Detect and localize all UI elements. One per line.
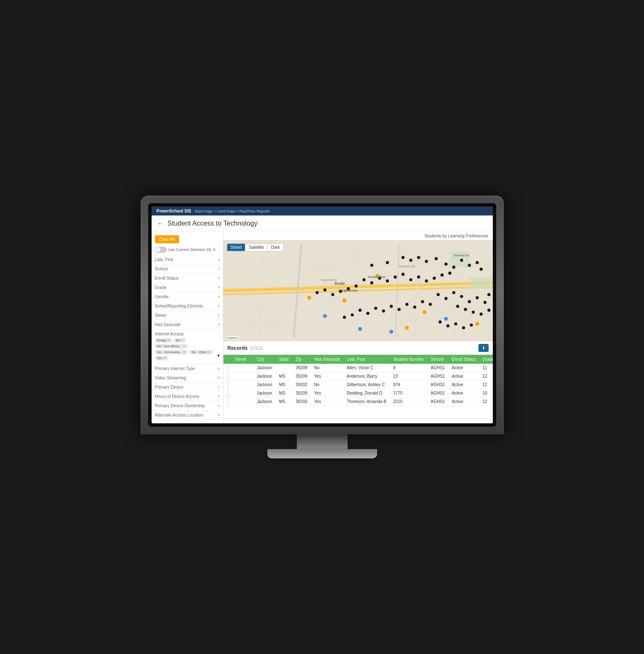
- chevron-down-icon: ▾: [218, 267, 220, 271]
- filter-school[interactable]: School ▾: [155, 264, 220, 274]
- filter-street[interactable]: Street ▾: [155, 311, 220, 320]
- clear-all-button[interactable]: Clear All: [155, 235, 179, 243]
- filter-primary-device-ownership[interactable]: Primary Device Ownership ▾: [155, 401, 220, 411]
- th-enroll-status[interactable]: Enroll Status: [448, 355, 479, 364]
- th-has-geocode[interactable]: Has Geocode: [311, 355, 343, 364]
- cell-has-geocode: Yes: [311, 398, 343, 406]
- filter-label-last-first: Last, First: [155, 257, 174, 262]
- th-student-number[interactable]: Student Number: [390, 355, 427, 364]
- cell-state: MS: [276, 372, 292, 381]
- monitor-screen: PowerSchool SIS Start Page > Level Data …: [152, 207, 493, 423]
- svg-point-18: [460, 259, 463, 262]
- th-state[interactable]: State: [276, 355, 292, 364]
- tag-remove-icon[interactable]: ✕: [163, 356, 166, 360]
- back-button[interactable]: ←: [158, 220, 164, 227]
- th-zip[interactable]: Zip: [292, 355, 311, 364]
- tag-remove-icon[interactable]: ✕: [183, 344, 186, 348]
- tag-no-afford: No - Not Afford... ✕: [155, 344, 188, 349]
- tag-remove-icon[interactable]: ✕: [208, 350, 211, 354]
- filter-ethnicity[interactable]: Sched/Reporting Ethnicity ▾: [155, 302, 220, 311]
- filter-enroll-status[interactable]: Enroll Status ▾: [155, 274, 220, 283]
- chevron-down-icon: ▾: [218, 323, 220, 327]
- use-current-label: Use Current Selection (0): [168, 248, 212, 252]
- filter-grade[interactable]: Grade ▾: [155, 283, 220, 292]
- map-btn-street[interactable]: Street: [227, 243, 245, 251]
- use-current-toggle[interactable]: [155, 247, 167, 253]
- cell-enroll-status: Active: [448, 364, 479, 372]
- svg-point-26: [417, 275, 420, 278]
- filter-primary-device[interactable]: Primary Device ▾: [155, 383, 220, 392]
- nav-breadcrumb: Start Page > Level Data > RealTime Repor…: [195, 209, 270, 213]
- tag-remove-icon[interactable]: ✕: [167, 338, 170, 342]
- svg-point-41: [444, 297, 447, 300]
- map-btn-dark[interactable]: Dark: [267, 243, 284, 251]
- refresh-icon[interactable]: ↻: [213, 248, 216, 252]
- svg-point-81: [358, 327, 362, 331]
- cell-street: [232, 372, 253, 381]
- svg-point-25: [425, 279, 428, 282]
- th-school[interactable]: School: [427, 355, 448, 364]
- cell-school: AGHS1: [427, 364, 448, 372]
- svg-point-63: [351, 313, 353, 316]
- th-city[interactable]: City: [253, 355, 276, 364]
- svg-point-37: [331, 293, 334, 296]
- table-row: ⋮ Jackson 39209 No Allen, Victor C 8 AGH…: [223, 364, 493, 372]
- row-menu[interactable]: ⋮: [223, 389, 232, 398]
- row-menu[interactable]: ⋮: [223, 381, 232, 389]
- svg-point-51: [479, 313, 482, 316]
- svg-point-32: [370, 281, 373, 284]
- svg-point-20: [476, 261, 478, 264]
- svg-point-76: [405, 326, 408, 330]
- chevron-down-icon: ▾: [218, 286, 220, 289]
- cell-enroll-status: Active: [448, 398, 479, 406]
- filter-last-first[interactable]: Last, First ▾: [155, 255, 220, 264]
- filter-label-enroll-status: Enroll Status: [155, 276, 179, 281]
- tag-no-other: No - Other ✕: [189, 350, 213, 354]
- filter-has-geocode[interactable]: Has Geocode ▾: [155, 320, 220, 330]
- cell-enroll-status: Active: [448, 372, 479, 381]
- cell-zip: 39209: [292, 372, 311, 381]
- cell-zip: 39203: [292, 398, 311, 406]
- cell-zip: 39209: [292, 364, 311, 372]
- svg-point-83: [389, 330, 393, 333]
- filter-alternate-access-location[interactable]: Alternate Access Location ▾: [155, 411, 220, 420]
- svg-point-62: [358, 309, 361, 312]
- svg-point-30: [386, 279, 389, 282]
- filter-label-primary-device: Primary Device: [155, 385, 184, 390]
- th-menu: [223, 355, 232, 364]
- svg-text:Raymond Rd: Raymond Rd: [321, 278, 337, 282]
- svg-text:Diamond Inn: Diamond Inn: [454, 254, 469, 257]
- cell-last-first: Redding, Donald D: [343, 389, 390, 398]
- cell-student-number: 8: [390, 364, 427, 372]
- svg-point-22: [448, 272, 451, 275]
- svg-point-56: [405, 303, 408, 306]
- svg-point-45: [476, 296, 478, 299]
- svg-point-77: [475, 322, 479, 326]
- row-menu[interactable]: ⋮: [223, 398, 232, 406]
- cell-city: Jackson: [253, 372, 276, 381]
- chevron-down-icon: ▾: [218, 395, 220, 398]
- filter-primary-internet-type[interactable]: Primary Internet Type ▾: [155, 364, 220, 373]
- svg-point-79: [422, 310, 426, 314]
- cell-has-geocode: No: [311, 364, 343, 372]
- th-street[interactable]: Street ↑: [232, 355, 253, 364]
- internet-access-tags-3: No - Not Availa... ✕ No - Other ✕: [155, 350, 220, 354]
- svg-point-54: [421, 300, 424, 303]
- filter-gender[interactable]: Gender ▾: [155, 292, 220, 302]
- th-last-first[interactable]: Last, First: [343, 355, 390, 364]
- th-grade[interactable]: Grade: [479, 355, 492, 364]
- row-menu[interactable]: ⋮: [223, 364, 232, 372]
- filter-video-streaming[interactable]: Video Streaming ▾: [155, 373, 220, 383]
- tag-remove-icon[interactable]: ✕: [181, 338, 184, 342]
- tag-remove-icon[interactable]: ✕: [183, 350, 186, 354]
- records-title: Records: [228, 345, 248, 351]
- map-btn-satellite[interactable]: Satellite: [245, 243, 267, 251]
- tag-empty: Empty ✕: [155, 338, 173, 343]
- svg-point-58: [389, 305, 392, 308]
- filter-hours-device-access[interactable]: Hours of Device Access ▾: [155, 392, 220, 401]
- sort-icon: ↑: [248, 358, 250, 362]
- map-controls: Street Satellite Dark: [227, 243, 284, 251]
- monitor-body: PowerSchool SIS Start Page > Level Data …: [141, 196, 504, 434]
- row-menu[interactable]: ⋮: [223, 372, 232, 381]
- export-button[interactable]: ⬇: [478, 344, 489, 352]
